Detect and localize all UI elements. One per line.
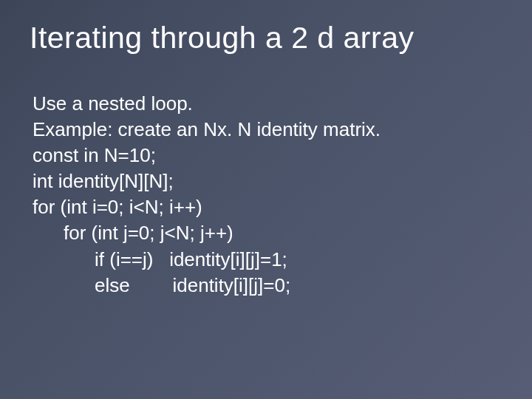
code-line: for (int i=0; i<N; i++): [33, 194, 502, 220]
code-line: const in N=10;: [33, 143, 502, 168]
slide-body: Use a nested loop. Example: create an Nx…: [30, 91, 502, 299]
code-line: else identity[i][j]=0;: [33, 273, 502, 299]
code-line: for (int j=0; j<N; j++): [33, 220, 502, 246]
code-line: Example: create an Nx. N identity matrix…: [33, 117, 502, 143]
code-line: Use a nested loop.: [33, 91, 502, 117]
slide-title: Iterating through a 2 d array: [30, 21, 502, 55]
code-line: int identity[N][N];: [33, 168, 502, 194]
code-line: if (i==j) identity[i][j]=1;: [33, 247, 502, 273]
slide-container: Iterating through a 2 d array Use a nest…: [0, 0, 532, 399]
